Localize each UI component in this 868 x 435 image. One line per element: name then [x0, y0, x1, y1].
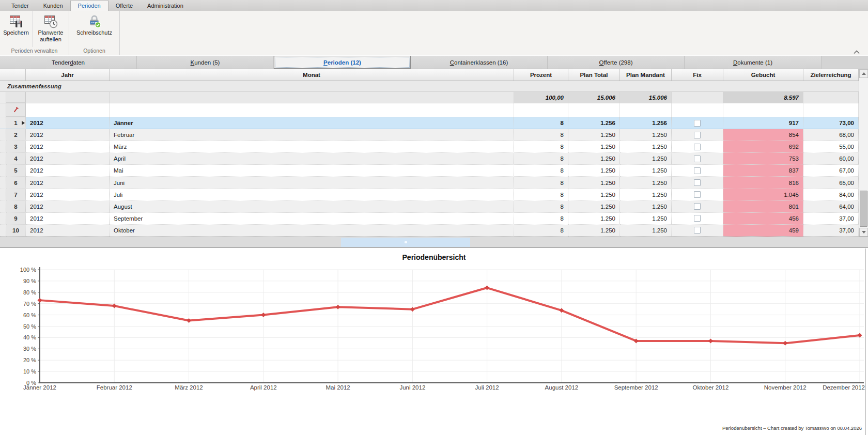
cell-prozent[interactable]: 8 [514, 225, 568, 237]
cell-monat[interactable]: August [110, 201, 514, 213]
cell-plan-total[interactable]: 1.250 [568, 129, 620, 141]
scroll-up-button[interactable] [859, 69, 868, 78]
filter-fix-input[interactable] [672, 103, 723, 117]
cell-plan-total[interactable]: 1.250 [568, 201, 620, 213]
cell-gebucht[interactable]: 837 [723, 165, 803, 177]
grid-row-3[interactable]: 32012März81.2501.25069255,00 [0, 141, 859, 153]
cell-zielerreichung[interactable]: 37,00 [803, 225, 859, 237]
grid-row-1[interactable]: 12012Jänner81.2561.25691773,00 [0, 117, 859, 129]
cell-zielerreichung[interactable]: 73,00 [803, 117, 859, 129]
cell-prozent[interactable]: 8 [514, 189, 568, 201]
cell-monat[interactable]: Jänner [110, 117, 514, 129]
cell-prozent[interactable]: 8 [514, 165, 568, 177]
cell-fix[interactable] [672, 201, 723, 213]
cell-jahr[interactable]: 2012 [26, 153, 110, 165]
cell-prozent[interactable]: 8 [514, 153, 568, 165]
filter-plan-total-input[interactable] [568, 103, 620, 117]
cell-fix[interactable] [672, 141, 723, 153]
schreibschutz-button[interactable]: Schreibschutz [69, 11, 119, 47]
cell-gebucht[interactable]: 816 [723, 177, 803, 189]
cell-plan-total[interactable]: 1.250 [568, 189, 620, 201]
view-tab-kunden-5-[interactable]: Kunden (5) [137, 56, 274, 69]
column-header-gebucht[interactable]: Gebucht [723, 69, 803, 81]
cell-plan-total[interactable]: 1.250 [568, 177, 620, 189]
cell-gebucht[interactable]: 753 [723, 153, 803, 165]
cell-prozent[interactable]: 8 [514, 141, 568, 153]
cell-jahr[interactable]: 2012 [26, 225, 110, 237]
cell-gebucht[interactable]: 917 [723, 117, 803, 129]
cell-plan-total[interactable]: 1.250 [568, 165, 620, 177]
ribbon-tab-administration[interactable]: Administration [140, 0, 191, 11]
cell-gebucht[interactable]: 1.045 [723, 189, 803, 201]
cell-jahr[interactable]: 2012 [26, 201, 110, 213]
grid-vertical-scrollbar[interactable] [859, 69, 868, 237]
planwerte-aufteilen-button[interactable]: Planwerte aufteilen [33, 11, 69, 47]
ribbon-tab-tender[interactable]: Tender [4, 0, 36, 11]
filter-jahr-input[interactable] [26, 103, 110, 117]
column-header-plan-mandant[interactable]: Plan Mandant [620, 69, 672, 81]
column-header-prozent[interactable]: Prozent [514, 69, 568, 81]
ribbon-collapse-button[interactable] [851, 49, 862, 55]
cell-fix[interactable] [672, 177, 723, 189]
fix-checkbox[interactable] [694, 156, 701, 162]
view-tab-dokumente-1-[interactable]: Dokumente (1) [685, 56, 822, 69]
cell-plan-total[interactable]: 1.250 [568, 153, 620, 165]
ribbon-tab-kunden[interactable]: Kunden [36, 0, 70, 11]
cell-gebucht[interactable]: 801 [723, 201, 803, 213]
grid-row-4[interactable]: 42012April81.2501.25075360,00 [0, 153, 859, 165]
column-header-zielerreichung[interactable]: Zielerreichung [803, 69, 859, 81]
grid-row-9[interactable]: 92012September81.2501.25045637,00 [0, 213, 859, 225]
cell-monat[interactable]: Oktober [110, 225, 514, 237]
fix-checkbox[interactable] [694, 144, 701, 150]
view-tab-offerte-298-[interactable]: Offerte (298) [548, 56, 685, 69]
cell-zielerreichung[interactable]: 60,00 [803, 153, 859, 165]
cell-jahr[interactable]: 2012 [26, 189, 110, 201]
fix-checkbox[interactable] [694, 191, 701, 198]
cell-jahr[interactable]: 2012 [26, 177, 110, 189]
filter-prozent-input[interactable] [514, 103, 568, 117]
cell-fix[interactable] [672, 165, 723, 177]
cell-plan-mandant[interactable]: 1.250 [620, 201, 672, 213]
cell-zielerreichung[interactable]: 67,00 [803, 165, 859, 177]
fix-checkbox[interactable] [694, 179, 701, 186]
ribbon-tab-perioden[interactable]: Perioden [70, 0, 109, 11]
cell-gebucht[interactable]: 692 [723, 141, 803, 153]
cell-fix[interactable] [672, 117, 723, 129]
column-header-monat[interactable]: Monat [110, 69, 514, 81]
cell-plan-mandant[interactable]: 1.256 [620, 117, 672, 129]
cell-monat[interactable]: Juni [110, 177, 514, 189]
grid-row-6[interactable]: 62012Juni81.2501.25081665,00 [0, 177, 859, 189]
grid-row-7[interactable]: 72012Juli81.2501.2501.04584,00 [0, 189, 859, 201]
cell-fix[interactable] [672, 189, 723, 201]
scroll-down-button[interactable] [859, 228, 868, 237]
cell-zielerreichung[interactable]: 55,00 [803, 141, 859, 153]
cell-fix[interactable] [672, 129, 723, 141]
cell-plan-mandant[interactable]: 1.250 [620, 189, 672, 201]
filter-plan-mandant-input[interactable] [620, 103, 672, 117]
cell-monat[interactable]: Februar [110, 129, 514, 141]
cell-zielerreichung[interactable]: 65,00 [803, 177, 859, 189]
speichern-button[interactable]: Speichern [0, 11, 33, 47]
column-header-jahr[interactable]: Jahr [26, 69, 110, 81]
cell-plan-total[interactable]: 1.250 [568, 225, 620, 237]
cell-plan-mandant[interactable]: 1.250 [620, 141, 672, 153]
cell-gebucht[interactable]: 456 [723, 213, 803, 225]
cell-jahr[interactable]: 2012 [26, 213, 110, 225]
cell-monat[interactable]: Mai [110, 165, 514, 177]
cell-monat[interactable]: September [110, 213, 514, 225]
cell-monat[interactable]: März [110, 141, 514, 153]
cell-zielerreichung[interactable]: 64,00 [803, 201, 859, 213]
column-header-fix[interactable]: Fix [672, 69, 723, 81]
cell-fix[interactable] [672, 213, 723, 225]
cell-plan-total[interactable]: 1.256 [568, 117, 620, 129]
cell-prozent[interactable]: 8 [514, 129, 568, 141]
cell-gebucht[interactable]: 854 [723, 129, 803, 141]
column-header-plan-total[interactable]: Plan Total [568, 69, 620, 81]
cell-zielerreichung[interactable]: 84,00 [803, 189, 859, 201]
grid-row-10[interactable]: 102012Oktober81.2501.25045937,00 [0, 225, 859, 237]
fix-checkbox[interactable] [694, 203, 701, 210]
cell-plan-mandant[interactable]: 1.250 [620, 225, 672, 237]
ribbon-tab-offerte[interactable]: Offerte [109, 0, 140, 11]
cell-plan-mandant[interactable]: 1.250 [620, 213, 672, 225]
cell-prozent[interactable]: 8 [514, 177, 568, 189]
